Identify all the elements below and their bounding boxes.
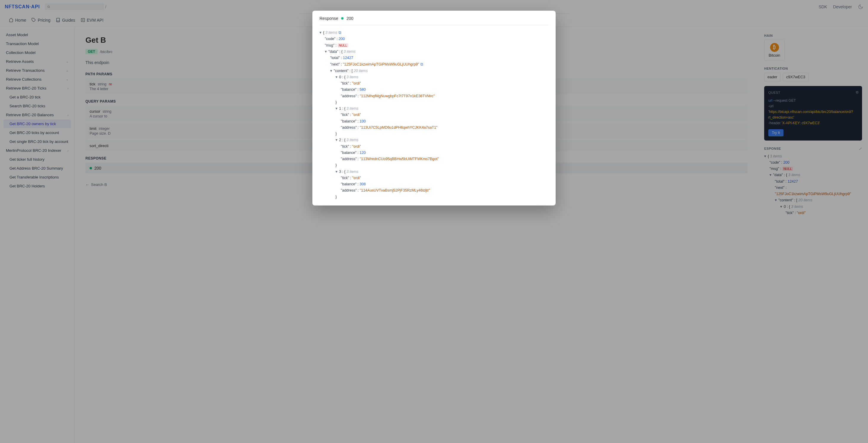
response-modal: Response 200 ▾{ 3 items⧉"code" : 200"msg… [312,11,556,205]
modal-code: 200 [346,16,353,21]
copy-icon[interactable]: ⧉ [421,62,423,66]
modal-overlay[interactable]: Response 200 ▾{ 3 items⧉"code" : 200"msg… [0,0,868,443]
status-dot-icon [341,17,343,20]
copy-icon[interactable]: ⧉ [339,30,341,35]
modal-label: Response [319,16,338,21]
response-json-modal: ▾{ 3 items⧉"code" : 200"msg" : NULL▾"dat… [319,29,549,200]
